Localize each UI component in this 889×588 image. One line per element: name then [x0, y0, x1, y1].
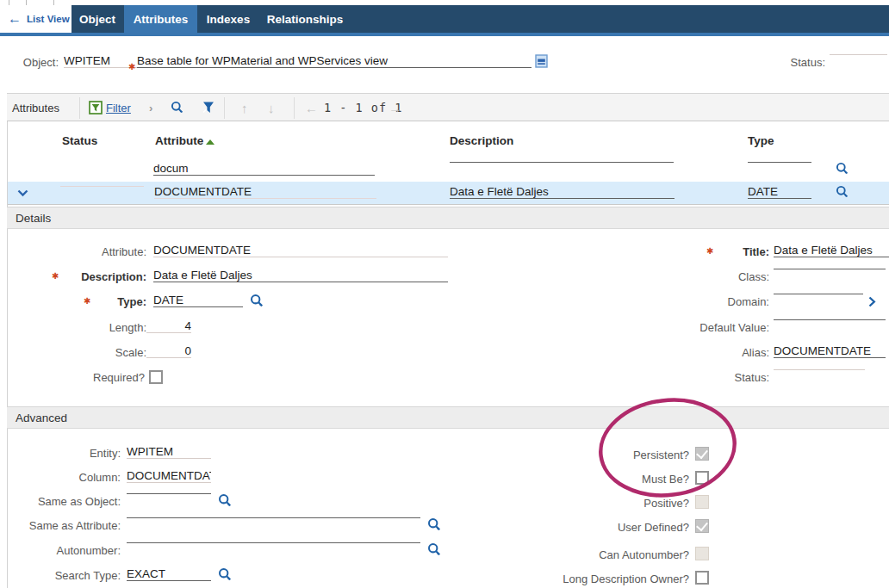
app-window: ← List View Object Attributes Indexes Re… — [0, 0, 889, 588]
row-description-field[interactable]: Data e Fletë Daljes — [450, 185, 675, 199]
detail-type-field[interactable]: DATE — [153, 294, 243, 307]
advanced-same-as-attribute-label: Same as Attribute: — [9, 519, 121, 532]
filter-expand-chevron-icon[interactable]: › — [149, 102, 152, 115]
detail-alias-label: Alias: — [657, 346, 769, 359]
required-asterisk: ✱ — [128, 62, 135, 71]
tab-attributes[interactable]: Attributes — [124, 5, 197, 33]
user-defined-checkbox — [695, 519, 709, 533]
advanced-entity-label: Entity: — [9, 447, 121, 460]
detail-title-field[interactable]: Data e Fletë Daljes — [774, 244, 889, 257]
advanced-user-defined-label: User Defined? — [517, 521, 689, 534]
advanced-section-header[interactable]: Advanced — [7, 406, 889, 429]
filter-table-icon[interactable] — [89, 101, 103, 115]
advanced-autonumber-label: Autonumber: — [9, 544, 121, 557]
long-description-icon[interactable] — [535, 54, 548, 68]
type-search-icon[interactable] — [250, 294, 264, 308]
advanced-must-be-label: Must Be? — [517, 473, 689, 486]
same-as-object-search-icon[interactable] — [218, 493, 233, 508]
detail-alias-field[interactable]: DOCUMENTDATE — [774, 344, 886, 358]
detail-title-label: Title: — [657, 245, 769, 258]
long-description-owner-checkbox[interactable] — [695, 571, 709, 585]
back-to-list-view[interactable]: ← List View — [0, 5, 71, 33]
detail-scale-label: Scale: — [34, 346, 146, 359]
detail-scale-field: 0 — [146, 344, 191, 358]
advanced-autonumber-field[interactable] — [127, 542, 420, 543]
advanced-same-as-object-label: Same as Object: — [9, 495, 121, 508]
clear-filter-icon[interactable] — [202, 101, 216, 115]
advanced-column-field: DOCUMENTDAT — [127, 469, 211, 483]
detail-length-field: 4 — [146, 319, 191, 333]
tab-indexes[interactable]: Indexes — [202, 5, 254, 33]
detail-attribute-label: Attribute: — [34, 245, 146, 258]
filter-input-description[interactable] — [450, 162, 674, 163]
next-row-icon[interactable]: ↓ — [268, 101, 275, 115]
persistent-checkbox — [695, 447, 709, 461]
detail-domain-field[interactable] — [774, 294, 863, 294]
tab-relationships[interactable]: Relationships — [258, 5, 351, 33]
row-type-field[interactable]: DATE — [748, 185, 811, 199]
advanced-positive-label: Positive? — [517, 497, 689, 510]
same-as-attribute-search-icon[interactable] — [427, 517, 442, 532]
required-checkbox[interactable] — [149, 370, 163, 384]
advanced-persistent-label: Persistent? — [517, 449, 689, 461]
detail-class-label: Class: — [657, 270, 769, 283]
autonumber-search-icon[interactable] — [427, 542, 442, 557]
domain-detail-chevron-icon[interactable] — [868, 296, 876, 307]
row-attribute-field[interactable]: DOCUMENTDATE — [154, 185, 376, 199]
object-description-field[interactable]: Base table for WPMaterial and WPServices… — [137, 54, 532, 68]
detail-class-field[interactable] — [774, 269, 886, 269]
detail-status-label: Status: — [657, 371, 769, 384]
advanced-long-description-owner-label: Long Description Owner? — [517, 573, 689, 585]
advanced-same-as-attribute-field[interactable] — [127, 517, 420, 518]
object-status-label: Status: — [758, 56, 825, 69]
filter-type-search-icon[interactable] — [836, 162, 849, 176]
detail-description-label: Description: — [34, 270, 146, 283]
column-header-description[interactable]: Description — [450, 134, 513, 147]
row-expand-chevron-icon[interactable] — [17, 189, 28, 197]
search-icon[interactable] — [171, 101, 184, 115]
row-status-field — [60, 186, 144, 187]
object-status-field — [830, 54, 887, 55]
advanced-column-label: Column: — [9, 471, 121, 484]
positive-checkbox — [695, 495, 709, 509]
advanced-search-type-field[interactable]: EXACT — [127, 567, 211, 581]
can-autonumber-checkbox — [695, 547, 709, 560]
detail-type-label: Type: — [34, 295, 146, 308]
detail-required-label: Required? — [34, 371, 145, 384]
object-label: Object: — [0, 56, 59, 69]
detail-length-label: Length: — [34, 321, 146, 334]
advanced-same-as-object-field[interactable] — [127, 493, 211, 494]
advanced-can-autonumber-label: Can Autonumber? — [517, 548, 689, 561]
back-arrow-icon: ← — [8, 12, 22, 26]
detail-default-value-label: Default Value: — [657, 321, 769, 334]
sort-ascending-icon — [206, 139, 214, 145]
attributes-toolbar: Attributes Filter › ↑ ↓ ← 1 - 1 of 1 → — [7, 93, 889, 121]
column-header-attribute[interactable]: Attribute — [155, 134, 214, 147]
previous-row-icon[interactable]: ↑ — [241, 101, 248, 115]
search-type-search-icon[interactable] — [218, 567, 233, 582]
detail-status-field — [774, 369, 865, 370]
detail-attribute-field: DOCUMENTDATE — [153, 244, 448, 257]
detail-domain-label: Domain: — [657, 295, 769, 308]
panel-left-border — [7, 93, 8, 588]
filter-input-attribute[interactable]: docum — [153, 162, 375, 176]
detail-description-field[interactable]: Data e Fletë Daljes — [153, 269, 448, 282]
tab-object[interactable]: Object — [76, 5, 119, 33]
must-be-checkbox[interactable] — [695, 471, 709, 485]
details-section-header[interactable]: Details — [7, 207, 889, 229]
back-label: List View — [27, 14, 70, 24]
detail-default-value-field[interactable] — [774, 319, 886, 320]
column-header-status[interactable]: Status — [62, 134, 97, 147]
filter-link[interactable]: Filter — [106, 102, 131, 115]
column-header-type[interactable]: Type — [748, 134, 774, 147]
row-type-search-icon[interactable] — [836, 185, 849, 199]
tab-bar-underline — [0, 33, 889, 36]
next-page-icon[interactable]: → — [389, 101, 401, 115]
toolbar-section-label: Attributes — [12, 102, 59, 115]
filter-input-type[interactable] — [748, 162, 811, 163]
advanced-entity-field: WPITEM — [127, 445, 211, 459]
advanced-search-type-label: Search Type: — [9, 569, 121, 582]
previous-page-icon[interactable]: ← — [305, 101, 318, 115]
